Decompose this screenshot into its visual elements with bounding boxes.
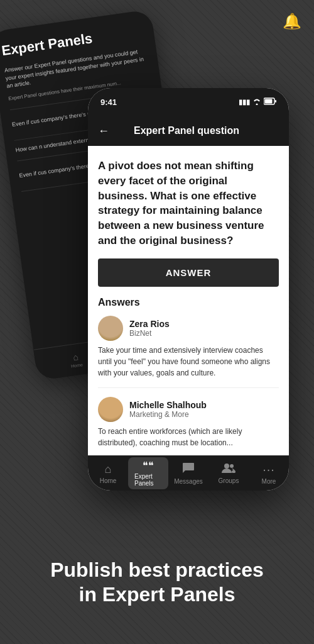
- svg-point-5: [232, 470, 236, 473]
- expert-panels-icon: ❝❝: [143, 460, 154, 472]
- answer-avatar-1: [98, 316, 123, 341]
- divider: [98, 387, 279, 388]
- answer-item-1: Zera Rios BizNet Take your time and exte…: [98, 316, 279, 379]
- phone-content-area: A pivot does not mean shifting every fac…: [88, 146, 289, 455]
- answer-company-1: BizNet: [129, 329, 170, 338]
- nav-item-home[interactable]: ⌂ Home: [88, 463, 128, 484]
- answer-item-2: Michelle Shalhoub Marketing & More To re…: [98, 397, 279, 448]
- bottom-caption: Publish best practices in Expert Panels: [0, 558, 314, 606]
- answer-name-2: Michelle Shalhoub: [129, 400, 207, 410]
- bottom-nav: ⌂ Home ❝❝ Expert Panels Messages: [88, 455, 289, 491]
- question-text: A pivot does not mean shifting every fac…: [88, 146, 289, 256]
- groups-icon: [222, 463, 236, 476]
- nav-label-messages: Messages: [174, 478, 203, 485]
- bottom-text-line2: in Expert Panels: [79, 583, 236, 606]
- answer-body-1: Take your time and extensively interview…: [98, 345, 279, 379]
- bg-nav-home-label: Home: [71, 362, 83, 369]
- back-button[interactable]: ←: [98, 125, 109, 138]
- status-time: 9:41: [100, 97, 117, 107]
- answer-body-2: To reach entire workforces (which are li…: [98, 426, 279, 448]
- bell-icon[interactable]: 🔔: [283, 13, 301, 30]
- svg-point-4: [230, 464, 234, 468]
- answers-heading: Answers: [98, 297, 279, 308]
- nav-item-groups[interactable]: Groups: [208, 463, 249, 484]
- answer-button[interactable]: ANSWER: [98, 258, 279, 287]
- status-icons: ▮▮▮: [239, 97, 276, 106]
- nav-item-more[interactable]: ··· More: [249, 462, 289, 485]
- phone-nav-bar: ← Expert Panel question: [88, 116, 289, 146]
- screen-title: Expert Panel question: [117, 125, 256, 136]
- svg-rect-2: [275, 100, 276, 103]
- svg-rect-1: [265, 99, 273, 104]
- answer-company-2: Marketing & More: [129, 410, 207, 419]
- bottom-text-line1: Publish best practices: [50, 558, 264, 581]
- wifi-icon: [252, 97, 261, 106]
- nav-label-home: Home: [100, 477, 117, 484]
- foreground-phone: 9:41 ▮▮▮ ← Expert Panel question: [88, 88, 289, 491]
- svg-point-3: [224, 464, 229, 469]
- nav-label-expert-panels: Expert Panels: [134, 473, 162, 487]
- more-icon: ···: [263, 462, 275, 477]
- nav-label-groups: Groups: [219, 477, 239, 484]
- nav-item-expert-panels[interactable]: ❝❝ Expert Panels: [128, 457, 168, 489]
- nav-label-more: More: [262, 478, 276, 485]
- home-icon: ⌂: [105, 463, 112, 476]
- answer-avatar-2: [98, 397, 123, 422]
- answers-section: Answers Zera Rios BizNet Take your time …: [88, 297, 289, 448]
- signal-icon: ▮▮▮: [239, 98, 250, 106]
- nav-item-messages[interactable]: Messages: [168, 462, 208, 485]
- battery-icon: [264, 97, 276, 106]
- status-bar: 9:41 ▮▮▮: [88, 88, 289, 116]
- messages-icon: [182, 462, 195, 477]
- answer-name-1: Zera Rios: [129, 319, 170, 329]
